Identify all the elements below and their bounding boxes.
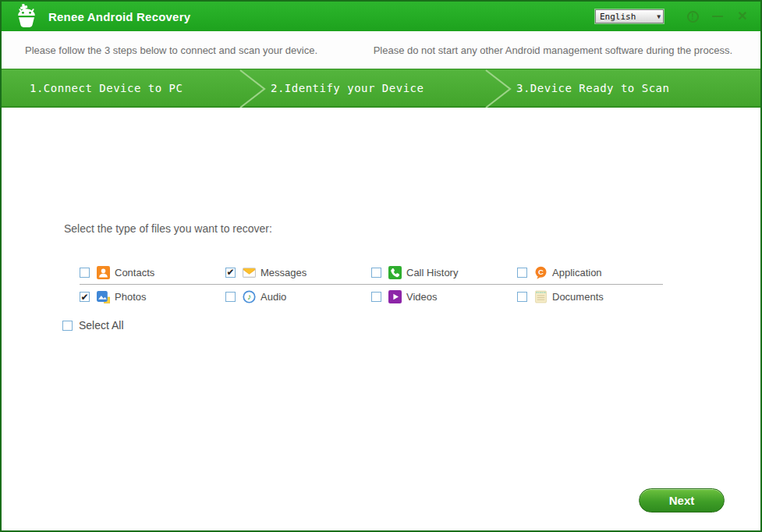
- file-type-label: Documents: [552, 291, 604, 303]
- file-type-photos[interactable]: ✔Photos: [80, 290, 225, 303]
- app-title: Renee Android Recovery: [48, 10, 190, 23]
- file-type-label: Call History: [406, 267, 458, 278]
- file-type-label: Videos: [406, 291, 438, 303]
- file-type-row: ✔Photos♪AudioVideosDocuments: [80, 285, 663, 309]
- videos-icon: [388, 290, 402, 303]
- language-value: English: [600, 12, 636, 22]
- contacts-icon: [97, 266, 110, 279]
- svg-text:♪: ♪: [247, 292, 251, 301]
- file-type-grid: Contacts✔MessagesCall HistoryCApplicatio…: [80, 261, 663, 309]
- select-all-checkbox[interactable]: [62, 321, 73, 331]
- contacts-checkbox[interactable]: [80, 268, 90, 278]
- file-type-label: Application: [552, 267, 602, 278]
- file-type-label: Audio: [260, 291, 286, 303]
- documents-checkbox[interactable]: [517, 292, 527, 302]
- photos-icon: [97, 290, 110, 303]
- step-chevron-icon: [239, 69, 267, 106]
- file-type-contacts[interactable]: Contacts: [80, 266, 225, 279]
- step-bar: 1.Connect Device to PC2.Identify your De…: [2, 69, 760, 108]
- call-history-icon: [388, 266, 402, 279]
- application-checkbox[interactable]: [517, 268, 527, 278]
- select-all-label: Select All: [79, 319, 124, 332]
- videos-checkbox[interactable]: [371, 292, 381, 302]
- close-button[interactable]: ✕: [735, 9, 750, 23]
- next-button[interactable]: Next: [639, 488, 725, 512]
- minimize-button[interactable]: [711, 9, 725, 23]
- audio-checkbox[interactable]: [225, 292, 236, 302]
- recover-prompt: Select the type of files you want to rec…: [64, 222, 272, 235]
- titlebar: Renee Android Recovery English ▼ ! ✕: [2, 2, 760, 31]
- file-type-videos[interactable]: Videos: [371, 290, 517, 303]
- language-dropdown[interactable]: English ▼: [595, 9, 664, 23]
- dropdown-arrow-icon: ▼: [657, 13, 661, 20]
- instruction-left: Please follow the 3 steps below to conne…: [25, 44, 317, 56]
- file-type-row: Contacts✔MessagesCall HistoryCApplicatio…: [80, 261, 663, 285]
- file-type-label: Photos: [115, 291, 146, 303]
- file-type-label: Contacts: [115, 267, 154, 278]
- messages-icon: [243, 266, 256, 279]
- file-type-documents[interactable]: Documents: [517, 290, 663, 303]
- app-window: Renee Android Recovery English ▼ ! ✕ Ple…: [0, 0, 762, 532]
- application-icon: C: [534, 266, 548, 279]
- select-all-row[interactable]: Select All: [62, 319, 124, 332]
- call-history-checkbox[interactable]: [371, 268, 381, 278]
- step-chevron-icon: [484, 69, 512, 106]
- step-1-label: 1.Connect Device to PC: [30, 69, 183, 106]
- svg-text:C: C: [538, 268, 544, 276]
- instruction-bar: Please follow the 3 steps below to conne…: [2, 31, 760, 69]
- main-content: Select the type of files you want to rec…: [2, 108, 760, 530]
- info-button[interactable]: !: [686, 9, 700, 23]
- step-2-label: 2.Identify your Device: [271, 69, 424, 106]
- window-controls: ! ✕: [686, 9, 750, 23]
- minimize-icon: [712, 16, 723, 17]
- instruction-right: Please do not start any other Android ma…: [374, 44, 732, 56]
- info-icon: !: [687, 11, 699, 23]
- file-type-call-history[interactable]: Call History: [371, 266, 517, 279]
- file-type-application[interactable]: CApplication: [517, 266, 663, 279]
- step-3-label: 3.Device Ready to Scan: [516, 69, 669, 106]
- file-type-label: Messages: [260, 267, 307, 278]
- file-type-messages[interactable]: ✔Messages: [225, 266, 371, 279]
- documents-icon: [534, 290, 548, 303]
- audio-icon: ♪: [243, 290, 256, 303]
- messages-checkbox[interactable]: ✔: [225, 268, 236, 278]
- file-type-audio[interactable]: ♪Audio: [225, 290, 371, 303]
- close-icon: ✕: [737, 10, 747, 23]
- photos-checkbox[interactable]: ✔: [80, 292, 90, 302]
- app-logo-icon: [11, 4, 42, 29]
